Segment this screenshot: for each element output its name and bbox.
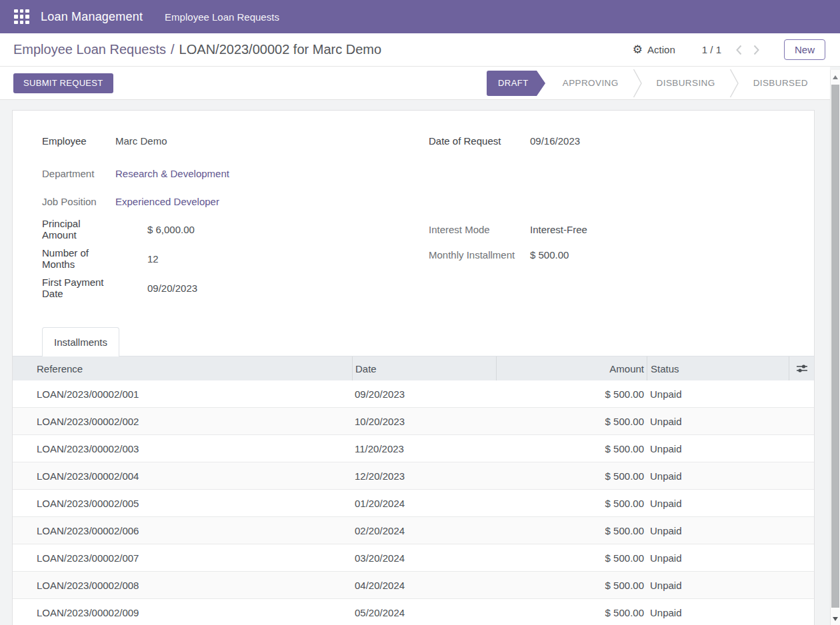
new-button[interactable]: New xyxy=(784,39,825,60)
scrollbar-up-arrow[interactable] xyxy=(833,75,838,79)
cell-amount: $ 500.00 xyxy=(496,490,647,516)
table-row[interactable]: LOAN/2023/00002/00412/20/2023$ 500.00Unp… xyxy=(13,462,814,490)
stage-separator-icon xyxy=(729,69,739,98)
field-label-interest-mode: Interest Mode xyxy=(429,224,530,235)
cell-options xyxy=(789,599,814,625)
field-value-number-of-months[interactable]: 12 xyxy=(147,253,159,265)
table-options-button[interactable] xyxy=(789,356,814,380)
table-row[interactable]: LOAN/2023/00002/00703/20/2024$ 500.00Unp… xyxy=(13,544,814,572)
cell-options xyxy=(789,435,814,462)
field-row-first-payment-date: First Payment Date09/20/2023 xyxy=(42,279,429,297)
table-header-row: ReferenceDateAmountStatus xyxy=(13,356,814,380)
screen: Loan Management Employee Loan Requests E… xyxy=(0,0,840,625)
field-row-number-of-months: Number of Months12 xyxy=(42,249,429,268)
stage-separator-icon xyxy=(633,69,643,98)
submit-request-button[interactable]: SUBMIT REQUEST xyxy=(13,73,113,93)
field-label-principal-amount: Principal Amount xyxy=(42,218,115,241)
breadcrumb: Employee Loan Requests/LOAN/2023/00002 f… xyxy=(13,42,381,57)
field-value-job-position[interactable]: Experienced Developer xyxy=(115,196,219,207)
field-value-interest-mode[interactable]: Interest-Free xyxy=(530,224,587,235)
field-label-monthly-installment: Monthly Installment xyxy=(429,249,530,261)
field-label-number-of-months: Number of Months xyxy=(42,247,115,270)
column-header-status[interactable]: Status xyxy=(647,356,789,380)
column-header-amount[interactable]: Amount xyxy=(496,356,647,380)
apps-grid-icon[interactable] xyxy=(14,9,29,25)
field-value-first-payment-date[interactable]: 09/20/2023 xyxy=(147,283,197,294)
table-row[interactable]: LOAN/2023/00002/00311/20/2023$ 500.00Unp… xyxy=(13,435,814,462)
action-label: Action xyxy=(647,44,675,55)
cell-amount: $ 500.00 xyxy=(496,517,647,544)
form-column-right: Date of Request09/16/2023Interest ModeIn… xyxy=(429,131,785,307)
pager-prev-button[interactable] xyxy=(731,42,748,58)
cell-amount: $ 500.00 xyxy=(496,408,647,434)
stage-approving[interactable]: APPROVING xyxy=(549,78,633,88)
table-body: LOAN/2023/00002/00109/20/2023$ 500.00Unp… xyxy=(13,380,814,625)
field-row-department: DepartmentResearch & Development xyxy=(42,164,429,183)
column-header-reference[interactable]: Reference xyxy=(13,356,352,380)
scrollbar-down-arrow[interactable] xyxy=(833,617,838,621)
table-row[interactable]: LOAN/2023/00002/00109/20/2023$ 500.00Unp… xyxy=(13,380,814,408)
vertical-scrollbar[interactable] xyxy=(830,70,840,625)
stage-disbursing[interactable]: DISBURSING xyxy=(643,78,729,88)
cell-amount: $ 500.00 xyxy=(496,572,647,598)
field-label-first-payment-date: First Payment Date xyxy=(42,277,115,299)
cell-status: Unpaid xyxy=(647,572,789,598)
field-value-employee[interactable]: Marc Demo xyxy=(115,135,167,147)
form-sheet: EmployeeMarc DemoDepartmentResearch & De… xyxy=(12,110,815,625)
table-row[interactable]: LOAN/2023/00002/00804/20/2024$ 500.00Unp… xyxy=(13,572,814,599)
column-header-date[interactable]: Date xyxy=(352,356,496,380)
field-row-interest-mode: Interest ModeInterest-Free xyxy=(429,220,785,239)
table-row[interactable]: LOAN/2023/00002/00905/20/2024$ 500.00Unp… xyxy=(13,599,814,625)
field-value-principal-amount[interactable]: $ 6,000.00 xyxy=(147,224,195,235)
menu-item-employee-loan-requests[interactable]: Employee Loan Requests xyxy=(165,11,279,23)
status-pipeline: DRAFTAPPROVINGDISBURSINGDISBURSED xyxy=(487,67,822,99)
stage-disbursed[interactable]: DISBURSED xyxy=(739,78,822,88)
control-panel: Employee Loan Requests/LOAN/2023/00002 f… xyxy=(0,33,840,67)
cell-amount: $ 500.00 xyxy=(496,380,647,407)
cell-options xyxy=(789,462,814,489)
stage-draft[interactable]: DRAFT xyxy=(487,71,537,96)
cell-date: 03/20/2024 xyxy=(352,544,496,571)
app-name[interactable]: Loan Management xyxy=(41,10,143,24)
cell-date: 05/20/2024 xyxy=(352,599,496,625)
field-value-date-of-request[interactable]: 09/16/2023 xyxy=(530,135,580,147)
installments-table: ReferenceDateAmountStatus LOAN/2023/0000… xyxy=(13,356,814,625)
scrollbar-thumb[interactable] xyxy=(831,85,839,608)
cell-reference: LOAN/2023/00002/001 xyxy=(13,380,352,407)
cell-date: 01/20/2024 xyxy=(352,490,496,516)
field-row-job-position: Job PositionExperienced Developer xyxy=(42,192,429,211)
breadcrumb-parent-link[interactable]: Employee Loan Requests xyxy=(13,42,166,57)
pager-next-button[interactable] xyxy=(748,42,765,58)
table-row[interactable]: LOAN/2023/00002/00501/20/2024$ 500.00Unp… xyxy=(13,490,814,517)
cell-reference: LOAN/2023/00002/004 xyxy=(13,462,352,489)
field-row-employee: EmployeeMarc Demo xyxy=(42,131,429,150)
form-column-left: EmployeeMarc DemoDepartmentResearch & De… xyxy=(42,131,429,307)
chevron-left-icon xyxy=(736,45,742,55)
cell-options xyxy=(789,572,814,598)
pager-count: 1 / 1 xyxy=(702,44,721,55)
cell-status: Unpaid xyxy=(647,490,789,516)
field-row-date-of-request: Date of Request09/16/2023 xyxy=(429,131,785,150)
field-label-department: Department xyxy=(42,168,115,179)
notebook-tabs: Installments xyxy=(13,327,814,356)
breadcrumb-separator: / xyxy=(171,42,175,57)
cell-status: Unpaid xyxy=(647,380,789,407)
cell-amount: $ 500.00 xyxy=(496,599,647,625)
statusbar: SUBMIT REQUEST DRAFTAPPROVINGDISBURSINGD… xyxy=(0,67,830,100)
form: EmployeeMarc DemoDepartmentResearch & De… xyxy=(13,131,814,307)
field-label-employee: Employee xyxy=(42,135,115,147)
tab-installments[interactable]: Installments xyxy=(42,327,119,356)
table-row[interactable]: LOAN/2023/00002/00210/20/2023$ 500.00Unp… xyxy=(13,408,814,435)
cell-status: Unpaid xyxy=(647,462,789,489)
field-row-principal-amount: Principal Amount$ 6,000.00 xyxy=(42,220,429,239)
table-row[interactable]: LOAN/2023/00002/00602/20/2024$ 500.00Unp… xyxy=(13,517,814,544)
breadcrumb-current: LOAN/2023/00002 for Marc Demo xyxy=(179,42,382,57)
cell-amount: $ 500.00 xyxy=(496,544,647,571)
field-value-monthly-installment[interactable]: $ 500.00 xyxy=(530,249,569,261)
cell-date: 09/20/2023 xyxy=(352,380,496,407)
cell-options xyxy=(789,517,814,544)
cell-options xyxy=(789,544,814,571)
field-label-job-position: Job Position xyxy=(42,196,115,207)
action-button[interactable]: ⚙ Action xyxy=(633,44,675,55)
field-value-department[interactable]: Research & Development xyxy=(115,168,229,179)
